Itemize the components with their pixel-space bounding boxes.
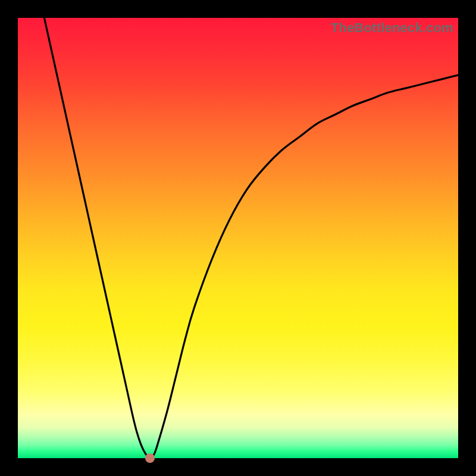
optimal-point-marker <box>145 453 155 463</box>
chart-frame: TheBottleneck.com <box>0 0 476 476</box>
bottleneck-curve <box>18 18 458 458</box>
plot-area: TheBottleneck.com <box>18 18 458 458</box>
